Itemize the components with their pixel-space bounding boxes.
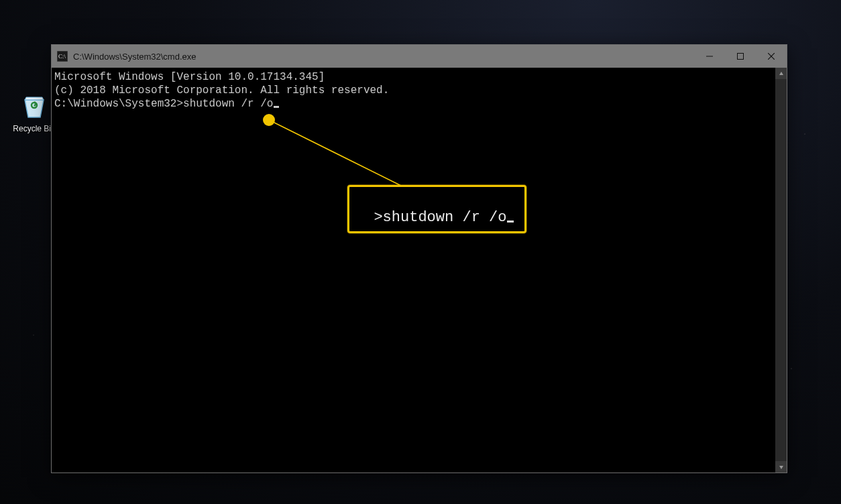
scrollbar[interactable] (775, 68, 787, 472)
console-area[interactable]: Microsoft Windows [Version 10.0.17134.34… (52, 68, 787, 472)
window-title: C:\Windows\System32\cmd.exe (73, 52, 197, 62)
scroll-down-button[interactable] (775, 461, 787, 472)
titlebar[interactable]: C:\ C:\Windows\System32\cmd.exe (52, 45, 787, 68)
scroll-up-button[interactable] (775, 68, 787, 79)
console-prompt-line: C:\Windows\System32>shutdown /r /o (54, 97, 787, 111)
annotation-callout: >shutdown /r /o (347, 185, 526, 233)
maximize-button[interactable] (725, 45, 756, 68)
typed-command: shutdown /r /o (183, 98, 273, 110)
recycle-bin-label: Recycle Bin (13, 124, 55, 133)
cursor-icon (507, 220, 514, 223)
minimize-button[interactable] (694, 45, 725, 68)
callout-text: >shutdown /r /o (374, 209, 506, 226)
prompt-prefix: C:\Windows\System32> (54, 98, 183, 110)
cmd-app-icon: C:\ (57, 51, 68, 62)
close-button[interactable] (756, 45, 787, 68)
recycle-bin-icon (19, 90, 49, 120)
console-line: (c) 2018 Microsoft Corporation. All righ… (54, 84, 787, 97)
cmd-window: C:\ C:\Windows\System32\cmd.exe Microsof… (51, 44, 787, 473)
window-controls (694, 45, 787, 68)
svg-text:C:\: C:\ (58, 53, 66, 60)
cursor-icon (274, 106, 279, 108)
svg-rect-3 (738, 54, 744, 60)
console-line: Microsoft Windows [Version 10.0.17134.34… (54, 70, 787, 84)
